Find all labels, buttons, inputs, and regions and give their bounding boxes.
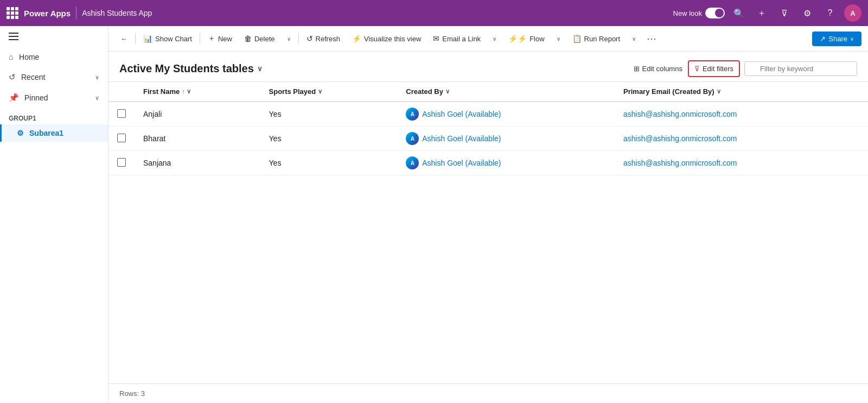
plus-icon: ＋ [208,34,215,43]
cell-primary-email-2: ashish@ashishg.onmicrosoft.com [615,151,868,175]
table-wrapper: First Name ↑ ∨ Sports Played ∨ [108,82,868,383]
top-navigation: Power Apps Ashish Students App New look … [0,0,868,26]
delete-dropdown-button[interactable]: ∨ [282,33,296,45]
email-link-button[interactable]: ✉ Email a Link [427,31,486,46]
add-icon[interactable]: ＋ [753,4,770,22]
email-icon: ✉ [433,34,439,43]
toolbar-divider-2 [200,33,200,44]
table-header-created-by[interactable]: Created By ∨ [397,82,615,102]
edit-filters-icon: ⊽ [694,65,700,73]
back-icon: ← [120,35,127,43]
sidebar-item-subarea1[interactable]: ⚙ Subarea1 [0,124,108,142]
view-title: Active My Students tables ∨ [119,62,263,75]
row-checkbox-0[interactable] [117,109,126,118]
table-row: Sanjana Yes A Ashish Goel (Available) as… [108,151,868,175]
view-title-text: Active My Students tables [119,62,254,75]
first-name-sort-icon: ↑ ∨ [182,88,191,95]
cell-primary-email-1: ashish@ashishg.onmicrosoft.com [615,127,868,151]
new-look-toggle[interactable]: New look [673,8,725,18]
created-by-link-0[interactable]: Ashish Goel (Available) [422,110,501,118]
pinned-icon: 📌 [9,93,19,103]
recent-icon: ↺ [9,72,16,82]
created-by-col-label: Created By [406,87,443,96]
refresh-label: Refresh [316,35,341,43]
sidebar-item-recent[interactable]: ↺ Recent ∨ [0,67,108,87]
new-look-label: New look [673,9,702,17]
group-label: Group1 [0,108,108,124]
share-icon: ↗ [820,35,826,43]
table-header-first-name[interactable]: First Name ↑ ∨ [135,82,260,102]
chart-icon: 📊 [143,34,152,43]
view-title-dropdown-icon[interactable]: ∨ [257,65,263,73]
sidebar-toggle[interactable] [0,26,108,47]
email-dropdown-button[interactable]: ∨ [487,33,502,45]
show-chart-button[interactable]: 📊 Show Chart [138,31,197,46]
row-checkbox-2[interactable] [117,158,126,167]
delete-dropdown-arrow-icon: ∨ [287,36,291,42]
delete-button[interactable]: 🗑 Delete [239,31,280,46]
new-button[interactable]: ＋ New [202,30,238,47]
toggle-track[interactable] [705,8,725,18]
subarea-icon: ⚙ [17,129,24,137]
row-checkbox-cell [108,151,135,175]
email-label: Email a Link [442,35,481,43]
page-title: Ashish Students App [82,9,152,17]
primary-email-sort-icon: ∨ [717,88,721,95]
table-header-sports-played[interactable]: Sports Played ∨ [260,82,398,102]
show-chart-label: Show Chart [155,35,192,43]
view-header: Active My Students tables ∨ ⊞ Edit colum… [108,52,868,82]
share-button[interactable]: ↗ Share ∨ [812,32,861,46]
hamburger-icon [9,33,18,40]
run-report-icon: 📋 [572,34,582,43]
cell-first-name-1: Bharat [135,127,260,151]
toolbar: ← 📊 Show Chart ＋ New 🗑 Delete ∨ ↺ R [108,26,868,52]
cell-created-by-1: A Ashish Goel (Available) [397,127,615,151]
refresh-button[interactable]: ↺ Refresh [301,31,346,46]
sidebar: ⌂ Home ↺ Recent ∨ 📌 Pinned ∨ Group1 ⚙ Su… [0,26,108,403]
row-checkbox-cell [108,127,135,151]
created-by-link-1[interactable]: Ashish Goel (Available) [422,134,501,143]
rows-count: Rows: 3 [119,389,145,398]
more-options-icon[interactable]: ⋯ [642,30,661,47]
created-by-sort-icon: ∨ [445,88,450,95]
visualize-button[interactable]: ⚡ Visualize this view [347,31,426,46]
email-link-0[interactable]: ashish@ashishg.onmicrosoft.com [623,110,737,118]
edit-filters-button[interactable]: ⊽ Edit filters [688,60,740,77]
user-avatar-0: A [406,108,419,121]
toggle-thumb [715,9,724,17]
flow-icon: ⚡⚡ [508,34,527,43]
back-button[interactable]: ← [115,32,133,46]
help-icon[interactable]: ? [821,4,839,22]
created-by-link-2[interactable]: Ashish Goel (Available) [422,159,501,167]
table-footer: Rows: 3 [108,383,868,403]
share-label: Share [828,35,847,43]
email-link-1[interactable]: ashish@ashishg.onmicrosoft.com [623,134,737,143]
filter-icon[interactable]: ⊽ [776,4,793,22]
run-report-dropdown-arrow-icon: ∨ [632,36,636,42]
table-row: Anjali Yes A Ashish Goel (Available) ash… [108,102,868,127]
app-name: Power Apps [24,9,71,18]
sports-played-sort-icon: ∨ [318,88,322,95]
settings-icon[interactable]: ⚙ [799,4,816,22]
search-icon[interactable]: 🔍 [730,4,748,22]
table-header-primary-email[interactable]: Primary Email (Created By) ∨ [615,82,868,102]
sidebar-recent-label: Recent [21,73,45,81]
new-label: New [218,35,232,43]
sidebar-item-pinned[interactable]: 📌 Pinned ∨ [0,87,108,108]
run-report-dropdown-button[interactable]: ∨ [627,33,641,45]
app-grid-icon[interactable] [7,7,18,19]
avatar[interactable]: A [844,4,861,22]
filter-search-input[interactable] [744,61,857,76]
flow-button[interactable]: ⚡⚡ Flow [503,31,550,46]
run-report-label: Run Report [584,35,620,43]
edit-columns-button[interactable]: ⊞ Edit columns [628,61,688,76]
row-checkbox-1[interactable] [117,134,126,142]
flow-dropdown-button[interactable]: ∨ [551,33,566,45]
run-report-button[interactable]: 📋 Run Report [567,31,626,46]
table-header-checkbox [108,82,135,102]
sidebar-item-home[interactable]: ⌂ Home [0,47,108,67]
sidebar-home-label: Home [19,53,39,61]
email-link-2[interactable]: ashish@ashishg.onmicrosoft.com [623,159,737,167]
sports-played-col-label: Sports Played [269,87,316,96]
flow-dropdown-arrow-icon: ∨ [557,36,560,42]
